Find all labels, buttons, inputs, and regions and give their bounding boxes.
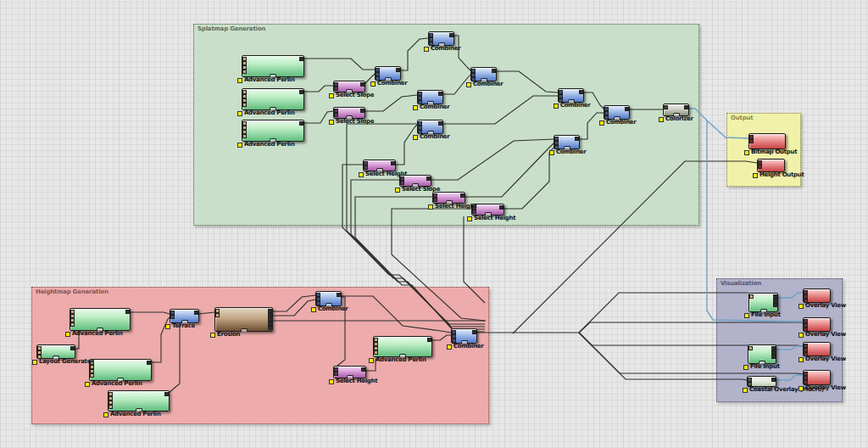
- node-select-slope[interactable]: [333, 107, 365, 119]
- node-enabled-checkbox-icon[interactable]: [65, 332, 70, 337]
- node-combiner[interactable]: [554, 135, 580, 149]
- node-port[interactable]: [575, 137, 579, 141]
- node-port[interactable]: [242, 134, 247, 138]
- node-port[interactable]: [771, 378, 776, 382]
- node-port[interactable]: [215, 313, 220, 317]
- node-combiner[interactable]: [417, 120, 443, 134]
- node-erosion[interactable]: [214, 307, 273, 332]
- node-file-input[interactable]: [748, 344, 776, 364]
- node-port[interactable]: [758, 165, 762, 169]
- node-port[interactable]: [242, 70, 247, 74]
- node-colorizer[interactable]: [663, 104, 689, 116]
- node-enabled-checkbox-icon[interactable]: [370, 81, 376, 87]
- node-enabled-checkbox-icon[interactable]: [210, 333, 215, 338]
- node-advanced-perlin[interactable]: [242, 88, 304, 110]
- node-enabled-checkbox-icon[interactable]: [413, 105, 418, 110]
- node-port[interactable]: [664, 105, 668, 109]
- node-enabled-checkbox-icon[interactable]: [359, 172, 364, 177]
- node-port[interactable]: [492, 69, 496, 73]
- node-port[interactable]: [70, 322, 75, 327]
- node-combiner[interactable]: [558, 88, 584, 103]
- node-advanced-perlin[interactable]: [89, 359, 152, 381]
- node-file-input[interactable]: [748, 293, 778, 312]
- node-port[interactable]: [433, 198, 437, 202]
- node-enabled-checkbox-icon[interactable]: [237, 143, 242, 148]
- node-layout-generator[interactable]: [36, 344, 75, 359]
- node-port[interactable]: [164, 392, 169, 396]
- node-enabled-checkbox-icon[interactable]: [744, 313, 749, 318]
- node-port[interactable]: [299, 57, 303, 61]
- node-enabled-checkbox-icon[interactable]: [467, 216, 472, 221]
- node-port[interactable]: [334, 87, 338, 91]
- node-enabled-checkbox-icon[interactable]: [237, 78, 242, 83]
- node-port[interactable]: [337, 293, 341, 297]
- node-port[interactable]: [170, 315, 175, 319]
- node-port[interactable]: [749, 139, 754, 143]
- node-enabled-checkbox-icon[interactable]: [554, 104, 559, 109]
- node-port[interactable]: [749, 294, 754, 299]
- node-enabled-checkbox-icon[interactable]: [466, 82, 471, 87]
- node-port[interactable]: [268, 326, 272, 330]
- node-combiner[interactable]: [470, 67, 497, 81]
- node-combiner[interactable]: [315, 291, 342, 306]
- node-port[interactable]: [771, 355, 776, 359]
- node-port[interactable]: [391, 161, 395, 165]
- node-enabled-checkbox-icon[interactable]: [395, 188, 400, 193]
- node-enabled-checkbox-icon[interactable]: [743, 365, 748, 370]
- node-enabled-checkbox-icon[interactable]: [798, 386, 804, 391]
- node-port[interactable]: [360, 82, 364, 87]
- node-enabled-checkbox-icon[interactable]: [659, 117, 664, 122]
- node-port[interactable]: [579, 90, 583, 94]
- node-select-height[interactable]: [333, 366, 366, 378]
- node-advanced-perlin[interactable]: [242, 55, 304, 77]
- node-advanced-perlin[interactable]: [70, 308, 131, 331]
- node-port[interactable]: [625, 107, 629, 111]
- node-enabled-checkbox-icon[interactable]: [237, 111, 242, 116]
- node-advanced-perlin[interactable]: [242, 120, 304, 142]
- node-combiner[interactable]: [417, 90, 443, 104]
- node-port[interactable]: [242, 103, 247, 107]
- node-port[interactable]: [194, 311, 198, 315]
- node-overlay-view[interactable]: [803, 288, 831, 303]
- node-overlay-view[interactable]: [803, 317, 831, 332]
- node-port[interactable]: [108, 405, 113, 409]
- node-port[interactable]: [427, 338, 431, 342]
- node-port[interactable]: [400, 181, 404, 185]
- node-port[interactable]: [773, 303, 777, 307]
- node-port[interactable]: [299, 121, 303, 126]
- node-port[interactable]: [396, 68, 400, 72]
- node-advanced-perlin[interactable]: [108, 390, 170, 412]
- node-combiner[interactable]: [375, 66, 401, 81]
- node-enabled-checkbox-icon[interactable]: [329, 379, 334, 384]
- node-enabled-checkbox-icon[interactable]: [744, 150, 749, 155]
- node-combiner[interactable]: [604, 105, 630, 120]
- node-enabled-checkbox-icon[interactable]: [329, 120, 334, 125]
- node-port[interactable]: [438, 92, 442, 96]
- node-enabled-checkbox-icon[interactable]: [743, 388, 748, 393]
- node-port[interactable]: [364, 165, 368, 170]
- node-port[interactable]: [90, 373, 94, 378]
- node-enabled-checkbox-icon[interactable]: [428, 204, 433, 210]
- node-advanced-perlin[interactable]: [373, 336, 432, 357]
- node-enabled-checkbox-icon[interactable]: [32, 360, 37, 365]
- node-port[interactable]: [426, 176, 431, 181]
- node-enabled-checkbox-icon[interactable]: [447, 344, 452, 350]
- node-combiner[interactable]: [428, 31, 454, 46]
- node-port[interactable]: [334, 372, 338, 376]
- node-port[interactable]: [684, 105, 688, 109]
- node-port[interactable]: [125, 310, 130, 314]
- node-enabled-checkbox-icon[interactable]: [424, 47, 429, 52]
- node-port[interactable]: [147, 361, 151, 365]
- node-enabled-checkbox-icon[interactable]: [165, 324, 170, 329]
- node-port[interactable]: [499, 205, 504, 210]
- node-enabled-checkbox-icon[interactable]: [798, 304, 804, 309]
- node-select-height[interactable]: [363, 160, 396, 171]
- node-port[interactable]: [374, 350, 378, 355]
- node-port[interactable]: [472, 210, 476, 214]
- node-port[interactable]: [361, 367, 365, 372]
- node-port[interactable]: [449, 33, 453, 37]
- node-enabled-checkbox-icon[interactable]: [753, 173, 758, 178]
- node-enabled-checkbox-icon[interactable]: [413, 135, 418, 140]
- node-enabled-checkbox-icon[interactable]: [599, 120, 604, 126]
- node-port[interactable]: [70, 346, 75, 350]
